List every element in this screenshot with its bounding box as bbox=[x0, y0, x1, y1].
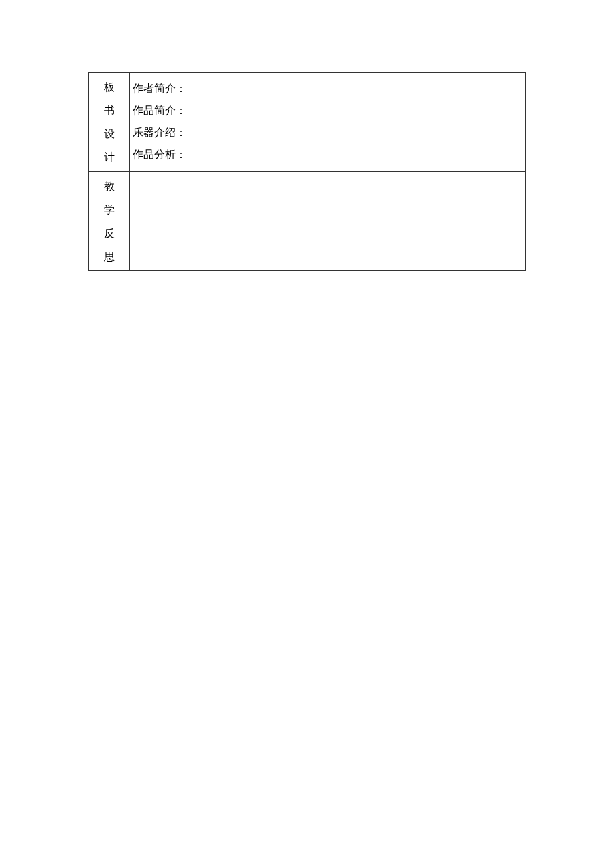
content-line: 作品分析： bbox=[133, 149, 488, 160]
row-label-cell: 教 学 反 思 bbox=[89, 172, 130, 271]
content-lines: 作者简介： 作品简介： 乐器介绍： 作品分析： bbox=[130, 73, 491, 167]
content-line: 作品简介： bbox=[133, 105, 488, 116]
vertical-label: 教 学 反 思 bbox=[89, 172, 129, 270]
row-label-cell: 板 书 设 计 bbox=[89, 73, 130, 172]
label-char: 学 bbox=[104, 205, 115, 215]
content-lines bbox=[130, 172, 491, 189]
label-char: 思 bbox=[104, 252, 115, 262]
label-char: 计 bbox=[104, 152, 115, 163]
label-char: 设 bbox=[104, 129, 115, 139]
vertical-label: 板 书 设 计 bbox=[89, 73, 129, 171]
content-line: 乐器介绍： bbox=[133, 127, 488, 138]
row-side-cell bbox=[491, 73, 526, 172]
row-content-cell: 作者简介： 作品简介： 乐器介绍： 作品分析： bbox=[130, 73, 491, 172]
label-char: 教 bbox=[104, 181, 115, 192]
document-page: 板 书 设 计 作者简介： 作品简介： 乐器介绍： 作品分析： bbox=[0, 0, 614, 271]
lesson-plan-table: 板 书 设 计 作者简介： 作品简介： 乐器介绍： 作品分析： bbox=[88, 72, 526, 271]
label-char: 板 bbox=[104, 82, 115, 93]
row-side-cell bbox=[491, 172, 526, 271]
content-line: 作者简介： bbox=[133, 83, 488, 94]
table-row: 板 书 设 计 作者简介： 作品简介： 乐器介绍： 作品分析： bbox=[89, 73, 526, 172]
label-char: 反 bbox=[104, 228, 115, 239]
row-content-cell bbox=[130, 172, 491, 271]
table-row: 教 学 反 思 bbox=[89, 172, 526, 271]
label-char: 书 bbox=[104, 105, 115, 116]
